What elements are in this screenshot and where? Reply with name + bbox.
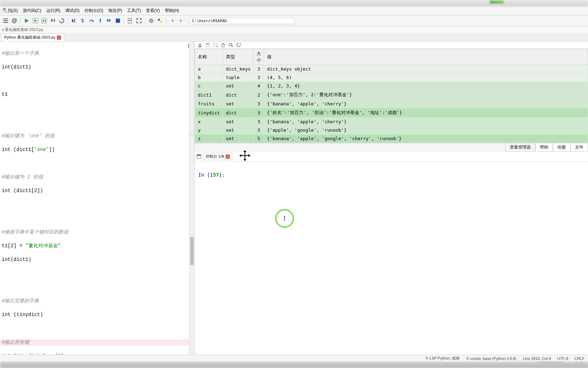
- menu-console[interactable]: 控制台(O): [82, 7, 105, 14]
- svg-rect-8: [45, 19, 46, 22]
- svg-marker-24: [180, 19, 182, 22]
- svg-rect-13: [74, 19, 75, 23]
- svg-marker-16: [99, 19, 101, 20]
- var-row[interactable]: fruitsset3{'banana', 'apple', 'cherry'}: [195, 100, 588, 108]
- stop-icon[interactable]: [114, 17, 122, 25]
- svg-rect-1: [3, 20, 8, 21]
- settings-icon[interactable]: [147, 17, 155, 25]
- prompt-close: ]:: [219, 172, 225, 178]
- svg-point-22: [150, 20, 152, 22]
- continue-icon[interactable]: [105, 17, 113, 25]
- svg-marker-33: [240, 43, 241, 44]
- svg-rect-30: [207, 43, 209, 45]
- tab-plot[interactable]: 绘图: [553, 143, 570, 152]
- clear-icon[interactable]: [221, 42, 226, 47]
- svg-marker-17: [107, 19, 109, 22]
- console-header: 控制台 1/A ×: [195, 152, 588, 162]
- search-icon[interactable]: [228, 42, 233, 47]
- menu-view[interactable]: 查看(V): [144, 7, 162, 14]
- file-tab-area: n 量化编程基础-2023.py Python 量化编程基础-2023.py ×: [0, 26, 588, 41]
- status-line-col[interactable]: Line 2810, Col 8: [523, 356, 551, 361]
- var-row[interactable]: adict_keys3dict_keys object: [195, 65, 588, 73]
- svg-marker-18: [109, 19, 111, 22]
- taskbar-blur: [0, 362, 588, 368]
- save-icon[interactable]: [205, 42, 210, 47]
- var-row[interactable]: xset3{'banana', 'apple', 'cherry'}: [195, 118, 588, 126]
- console-body[interactable]: In [157]:: [195, 162, 588, 359]
- menu-tools[interactable]: 工具(T): [125, 7, 143, 14]
- svg-marker-14: [82, 21, 84, 23]
- editor-scrollbar[interactable]: [189, 41, 194, 367]
- svg-marker-7: [43, 19, 45, 22]
- browse-tabs-icon[interactable]: [196, 154, 201, 159]
- prompt-num: 157: [210, 172, 219, 178]
- svg-rect-10: [54, 19, 55, 22]
- svg-marker-12: [72, 19, 74, 23]
- variable-explorer: 名称 类型 大小 值 adict_keys3dict_keys objectbt…: [195, 49, 588, 143]
- svg-point-32: [229, 43, 232, 46]
- python-icon[interactable]: [156, 17, 164, 25]
- step-into-icon[interactable]: [79, 17, 87, 25]
- close-tab-icon[interactable]: ×: [57, 35, 61, 40]
- svg-marker-5: [34, 19, 37, 22]
- tab-var-explorer[interactable]: 变量管理器: [505, 143, 535, 152]
- status-conda[interactable]: ⊙ conda: base (Python 3.8.8): [466, 356, 516, 361]
- var-row[interactable]: yset3{'apple', 'google', 'runoob'}: [195, 126, 588, 134]
- svg-rect-19: [116, 19, 120, 23]
- maximize-icon[interactable]: [135, 17, 143, 25]
- step-out-icon[interactable]: [96, 17, 104, 25]
- svg-rect-0: [3, 19, 8, 19]
- status-bar: ✎ LSP Python: 就绪 ⊙ conda: base (Python 3…: [0, 355, 588, 362]
- menu-project[interactable]: 项目(P): [106, 7, 124, 14]
- status-encoding[interactable]: UTF-8: [557, 356, 568, 361]
- at-icon[interactable]: @: [11, 17, 18, 25]
- status-eol[interactable]: CRLF: [574, 356, 584, 361]
- rerun-icon[interactable]: [58, 17, 66, 25]
- svg-rect-28: [198, 46, 202, 47]
- console-tab-label: 控制台 1/A: [206, 154, 224, 159]
- var-row[interactable]: tinydictdict3{'姓名':'加百力', '职业':'量化对冲基金',…: [195, 108, 588, 118]
- var-row[interactable]: btuple3(4, 5, 6): [195, 73, 588, 82]
- var-row[interactable]: zset5{'banana', 'apple', 'google', 'cher…: [195, 134, 588, 143]
- file-tab-label: Python 量化编程基础-2023.py: [4, 35, 55, 40]
- svg-rect-2: [3, 22, 8, 23]
- menu-source[interactable]: 源代码(C): [21, 7, 44, 14]
- splitter-handle[interactable]: [190, 132, 194, 135]
- import-icon[interactable]: [198, 42, 202, 47]
- right-pane: 名称 类型 大小 值 adict_keys3dict_keys objectbt…: [195, 41, 588, 367]
- run-cell-icon[interactable]: [32, 17, 39, 25]
- debug-file-icon[interactable]: [126, 17, 134, 25]
- outline-icon[interactable]: [2, 17, 9, 25]
- var-row[interactable]: dict1dict2{'one':'加百力', 2:'量化对冲基金'}: [195, 90, 588, 100]
- code-editor[interactable]: #输出第一个字典 int(dict1) t1 #输出键为 'one' 的值 in…: [0, 41, 194, 367]
- run-icon[interactable]: [23, 17, 31, 25]
- run-selection-icon[interactable]: [49, 17, 57, 25]
- col-value[interactable]: 值: [264, 49, 588, 65]
- file-tab[interactable]: Python 量化编程基础-2023.py ×: [1, 33, 64, 41]
- debug-step-icon[interactable]: [70, 17, 78, 25]
- editor-pane: #输出第一个字典 int(dict1) t1 #输出键为 'one' 的值 in…: [0, 41, 195, 367]
- working-directory-input[interactable]: C:\Users\MIAPAD: [189, 18, 295, 24]
- status-lsp[interactable]: ✎ LSP Python: 就绪: [425, 356, 460, 361]
- nav-forward-icon[interactable]: [177, 17, 185, 25]
- close-console-icon[interactable]: ×: [226, 155, 230, 159]
- nav-back-icon[interactable]: [168, 17, 176, 25]
- tab-help[interactable]: 帮助: [535, 143, 553, 152]
- version-tag: .8): [0, 6, 8, 12]
- menu-help[interactable]: 帮助(H): [163, 7, 181, 14]
- svg-marker-23: [171, 19, 173, 22]
- run-cell-advance-icon[interactable]: [40, 17, 48, 25]
- var-row[interactable]: cset4{1, 2, 3, 4}: [195, 82, 588, 90]
- col-name[interactable]: 名称: [195, 49, 223, 65]
- console-tab[interactable]: 控制台 1/A ×: [203, 153, 232, 160]
- tab-file[interactable]: 文件: [570, 143, 588, 152]
- menu-debug[interactable]: 调试(D): [63, 7, 82, 14]
- main-toolbar: @ C:\Users\MIAPAD: [0, 15, 588, 26]
- save-as-icon[interactable]: [213, 42, 218, 47]
- menu-run[interactable]: 运行(R): [44, 7, 63, 14]
- col-type[interactable]: 类型: [223, 49, 253, 65]
- col-size[interactable]: 大小: [254, 49, 264, 65]
- refresh-icon[interactable]: [236, 42, 241, 47]
- file-path-bar: n 量化编程基础-2023.py: [0, 26, 588, 33]
- step-over-icon[interactable]: [88, 17, 95, 25]
